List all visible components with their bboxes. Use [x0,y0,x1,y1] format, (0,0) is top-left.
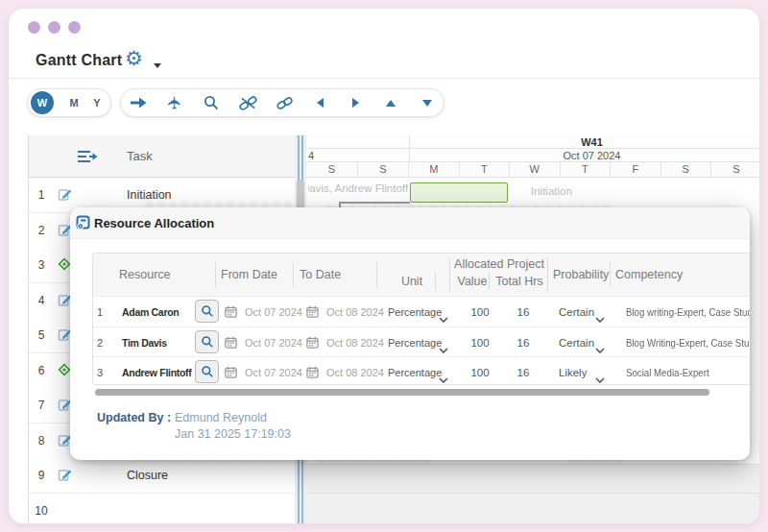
clipped-text-smudge [146,204,296,206]
resource-name: Adam Caron [122,306,179,318]
title-dropdown-caret-icon[interactable] [154,63,161,68]
chevron-down-icon[interactable] [595,309,605,326]
updated-by-name: Edmund Reynold [175,411,267,424]
allocation-table: Resource From Date To Date Unit Allocate… [92,253,750,385]
allocated-value[interactable]: 100 [463,337,497,349]
calendar-icon[interactable] [225,335,237,352]
view-switcher: W M Y [27,88,111,117]
col-header-value: Value [453,275,492,288]
unit-select-value[interactable]: Percentage [388,367,442,378]
day-cell: M [409,162,460,178]
milestone-icon[interactable] [58,257,71,275]
bar-resources-label: Davis, Andrew Flintoff [308,182,408,194]
previous-caret-icon[interactable] [308,89,331,116]
header-divider [9,78,760,79]
milestone-icon[interactable] [58,363,71,380]
row-number: 3 [29,258,54,272]
col-header-competency: Competency [615,268,683,281]
row-number: 8 [29,434,54,447]
task-column-header: Task [127,149,153,163]
calendar-icon[interactable] [306,335,319,352]
probability-select-value[interactable]: Certain [559,306,594,318]
to-date-value[interactable]: Oct 08 2024 [326,337,384,349]
day-cell: T [561,162,612,178]
unit-select-value[interactable]: Percentage [388,306,442,318]
task-row-9[interactable]: 9 Closure [29,458,296,494]
go-to-task-arrow-icon[interactable] [127,89,150,116]
horizontal-scrollbar-thumb[interactable] [95,389,709,396]
to-date-value[interactable]: Oct 08 2024 [326,306,384,318]
resource-search-button[interactable] [195,300,219,323]
task-name: Initiation [127,188,172,202]
allocation-table-header: Resource From Date To Date Unit Allocate… [93,254,750,297]
row-index: 2 [93,337,107,349]
task-pane-header: Task [29,135,296,178]
day-cell: S [661,162,712,178]
from-date-value[interactable]: Oct 07 2024 [245,306,302,318]
resource-name: Andrew Flintoff [122,367,192,378]
competency-value: Social Media-Expert [626,367,709,378]
week-view-button[interactable]: W [31,91,54,114]
col-header-probability: Probability [553,268,609,281]
resource-allocation-modal: Resource Allocation Resource From Date T… [70,207,750,460]
calendar-icon[interactable] [225,304,237,322]
move-down-caret-icon[interactable] [416,89,439,116]
chevron-down-icon[interactable] [595,370,605,385]
modal-title: Resource Allocation [94,216,214,230]
window-dot-3 [68,21,81,34]
allocated-value[interactable]: 100 [463,306,497,318]
updated-timestamp: Jan 31 2025 17:19:03 [175,427,291,441]
week-date-label: Oct 07 2024 [409,150,760,161]
row-number: 1 [29,188,54,202]
row-number: 10 [29,504,54,518]
calendar-icon[interactable] [306,304,319,322]
allocated-value[interactable]: 100 [463,367,497,378]
unit-select-value[interactable]: Percentage [388,337,442,349]
unlink-icon[interactable] [236,89,259,116]
row-index: 3 [93,367,107,378]
move-up-caret-icon[interactable] [379,89,402,116]
chevron-down-icon[interactable] [595,340,605,357]
zoom-search-icon[interactable] [200,89,223,116]
task-bar-label: Initiation [531,185,572,197]
probability-select-value[interactable]: Certain [559,337,594,349]
edit-task-icon[interactable] [58,187,72,206]
row-number: 4 [29,294,54,307]
resource-search-button[interactable] [195,360,219,383]
gantt-toolbar: ✈ [120,88,444,117]
competency-value: Blog writing-Expert, Case Studie [626,306,750,318]
task-row-10[interactable]: 10 [29,494,296,525]
next-caret-icon[interactable] [344,89,367,116]
expand-tasks-icon[interactable] [77,150,98,167]
prev-week-date-fragment: 4 [308,150,314,161]
day-cell: T [460,162,511,178]
from-date-value[interactable]: Oct 07 2024 [245,367,302,378]
settings-gear-icon[interactable]: ⚙ [125,47,143,70]
col-header-total-hrs: Total Hrs [491,275,548,288]
resource-search-button[interactable] [195,330,219,353]
from-date-value[interactable]: Oct 07 2024 [245,337,302,349]
updated-by-label: Updated By : [97,411,171,424]
probability-select-value[interactable]: Likely [559,367,587,378]
window-dot-1 [28,21,40,34]
critical-path-plane-icon[interactable]: ✈ [163,89,186,116]
col-header-from-date: From Date [221,268,277,281]
edit-task-icon[interactable] [58,468,72,486]
chevron-down-icon[interactable] [439,370,448,385]
allocation-row-3: 3 Andrew Flintoff Oct 07 2024 Oct 08 202… [93,356,750,385]
allocation-row-2: 2 Tim Davis Oct 07 2024 Oct 08 2024 Perc… [93,326,750,356]
year-view-button[interactable]: Y [87,89,107,116]
col-header-to-date: To Date [300,268,341,281]
day-cell: S [711,162,760,178]
chevron-down-icon[interactable] [439,340,448,357]
calendar-icon[interactable] [306,365,319,382]
modal-header: Resource Allocation [70,207,750,239]
allocation-row-1: 1 Adam Caron Oct 07 2024 Oct 08 2024 Per… [93,297,750,326]
task-bar-initiation[interactable] [410,182,508,203]
to-date-value[interactable]: Oct 08 2024 [326,367,384,378]
month-view-button[interactable]: M [64,89,84,116]
week-boundary-line [409,135,410,162]
chevron-down-icon[interactable] [439,309,448,326]
calendar-icon[interactable] [225,365,237,382]
link-icon[interactable] [273,89,296,116]
